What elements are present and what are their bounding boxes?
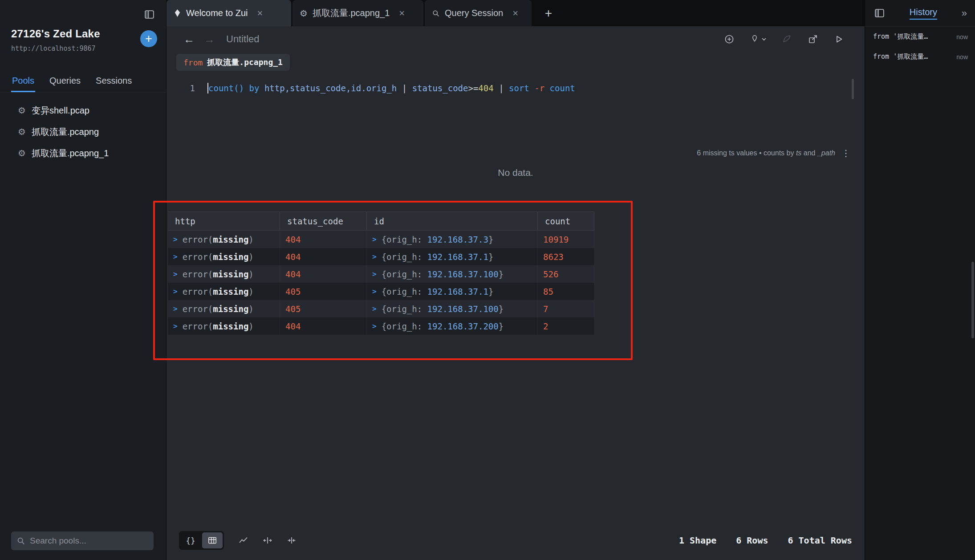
tab-query-session[interactable]: Query Session × (425, 0, 532, 26)
results-bottom-bar: {} (167, 530, 865, 551)
shape-count: 1 Shape (679, 535, 716, 546)
tab-pool-session[interactable]: ⚙ 抓取流量.pcapng_1 × (292, 0, 423, 26)
table-view-button[interactable] (202, 532, 223, 548)
expand-row-icon[interactable]: > (173, 322, 178, 330)
expand-record-icon[interactable]: > (372, 270, 377, 278)
column-header-count[interactable]: count (538, 212, 594, 230)
pool-gear-icon: ⚙ (18, 126, 26, 137)
no-data-message: No data. (167, 167, 865, 178)
chart-view-button[interactable] (238, 535, 249, 546)
search-pools-box (11, 532, 154, 550)
pool-item[interactable]: ⚙ 变异shell.pcap (0, 100, 166, 121)
expand-columns-button[interactable] (262, 535, 273, 546)
row-count: 6 Rows (736, 535, 768, 546)
column-header-status-code[interactable]: status_code (280, 212, 367, 230)
history-time: now (956, 53, 968, 61)
from-keyword: from (183, 58, 203, 67)
sidebar-tab-pools[interactable]: Pools (11, 70, 35, 92)
pin-icon (750, 34, 760, 44)
lake-name: 27126's Zed Lake (11, 28, 100, 40)
sidebar-tab-sessions[interactable]: Sessions (95, 70, 133, 92)
column-header-http[interactable]: http (168, 212, 280, 230)
chevrons-right-icon[interactable]: » (962, 8, 967, 19)
table-row[interactable]: >error(missing) 405 >{orig_h: 192.168.37… (168, 283, 594, 300)
zed-fin-button[interactable] (782, 34, 792, 45)
run-query-button[interactable] (833, 34, 844, 45)
sidebar-tab-queries[interactable]: Queries (49, 70, 81, 92)
window-tab-bar: Welcome to Zui × ⚙ 抓取流量.pcapng_1 × Query… (167, 0, 865, 26)
collapse-columns-button[interactable] (286, 535, 297, 546)
gear-icon: ⚙ (300, 8, 308, 19)
from-pool-pill[interactable]: from 抓取流量.pcapng_1 (176, 54, 290, 71)
history-query: from '抓取流量… (873, 32, 928, 41)
new-tab-button[interactable]: + (538, 0, 559, 26)
tab-label: 抓取流量.pcapng_1 (313, 7, 390, 19)
pool-name: 抓取流量.pcapng (32, 126, 99, 138)
history-entry[interactable]: from '抓取流量… now (865, 27, 975, 47)
close-tab-icon[interactable]: × (512, 8, 518, 18)
tab-label: Welcome to Zui (186, 8, 248, 18)
results-table: http status_code id count >error(missing… (168, 211, 594, 335)
pool-name: 变异shell.pcap (32, 105, 89, 117)
expand-record-icon[interactable]: > (372, 322, 377, 330)
more-options-icon[interactable]: ⋮ (841, 148, 850, 158)
search-icon (16, 536, 25, 545)
history-time: now (956, 33, 968, 41)
export-icon (808, 34, 818, 45)
expand-row-icon[interactable]: > (173, 287, 178, 296)
forward-button[interactable]: → (204, 33, 219, 46)
main-pane: Welcome to Zui × ⚙ 抓取流量.pcapng_1 × Query… (167, 0, 865, 560)
circle-plus-button[interactable] (724, 34, 735, 45)
table-row[interactable]: >error(missing) 404 >{orig_h: 192.168.37… (168, 231, 594, 248)
left-sidebar: 27126's Zed Lake http://localhost:9867 +… (0, 0, 167, 560)
panel-left-icon (144, 9, 155, 20)
search-pools-input[interactable] (30, 536, 148, 546)
table-row[interactable]: >error(missing) 404 >{orig_h: 192.168.37… (168, 265, 594, 283)
line-chart-icon (238, 535, 249, 546)
window-scrollbar[interactable] (971, 262, 974, 338)
history-title[interactable]: History (910, 7, 937, 20)
pool-name: 抓取流量.pcapng_1 (32, 147, 109, 159)
pool-list: ⚙ 变异shell.pcap ⚙ 抓取流量.pcapng ⚙ 抓取流量.pcap… (0, 100, 166, 164)
toggle-right-panel-button[interactable] (874, 8, 885, 19)
tab-label: Query Session (445, 8, 503, 18)
expand-record-icon[interactable]: > (372, 235, 377, 243)
query-pins-row: from 抓取流量.pcapng_1 (176, 54, 290, 71)
expand-horizontal-icon (262, 535, 273, 546)
query-editor[interactable]: 1 count() by http,status_code,id.orig_h … (167, 79, 865, 97)
total-row-count: 6 Total Rows (788, 535, 853, 546)
add-pool-button[interactable]: + (140, 30, 157, 47)
expand-row-icon[interactable]: > (173, 304, 178, 313)
export-results-button[interactable] (808, 34, 818, 45)
summary-text: 6 missing ts values • counts by ts and _… (697, 149, 835, 157)
pool-item[interactable]: ⚙ 抓取流量.pcapng_1 (0, 142, 166, 164)
search-icon (432, 9, 440, 17)
table-row[interactable]: >error(missing) 404 >{orig_h: 192.168.37… (168, 248, 594, 265)
back-button[interactable]: ← (183, 33, 199, 46)
expand-record-icon[interactable]: > (372, 304, 377, 313)
pool-gear-icon: ⚙ (18, 105, 26, 116)
grid-icon (207, 536, 217, 545)
tab-welcome-to-zui[interactable]: Welcome to Zui × (167, 0, 291, 26)
column-header-id[interactable]: id (367, 212, 538, 230)
close-tab-icon[interactable]: × (257, 8, 263, 18)
close-tab-icon[interactable]: × (399, 8, 405, 18)
zui-logo-icon (174, 9, 181, 17)
history-entry[interactable]: from '抓取流量… now (865, 47, 975, 67)
table-row[interactable]: >error(missing) 405 >{orig_h: 192.168.37… (168, 300, 594, 317)
expand-record-icon[interactable]: > (372, 287, 377, 296)
pool-item[interactable]: ⚙ 抓取流量.pcapng (0, 121, 166, 142)
toggle-left-panel-button[interactable] (143, 8, 155, 20)
editor-scrollbar[interactable] (852, 79, 854, 99)
expand-row-icon[interactable]: > (173, 252, 178, 261)
expand-row-icon[interactable]: > (173, 270, 178, 278)
results-summary: 6 missing ts values • counts by ts and _… (697, 147, 850, 159)
expand-record-icon[interactable]: > (372, 252, 377, 261)
table-row[interactable]: >error(missing) 404 >{orig_h: 192.168.37… (168, 317, 594, 335)
json-view-button[interactable]: {} (180, 532, 201, 548)
query-text: count() by http,status_code,id.orig_h | … (208, 83, 575, 93)
shark-fin-icon (782, 34, 792, 45)
pin-query-button[interactable] (750, 34, 767, 44)
lake-url: http://localhost:9867 (11, 45, 100, 53)
expand-row-icon[interactable]: > (173, 235, 178, 243)
